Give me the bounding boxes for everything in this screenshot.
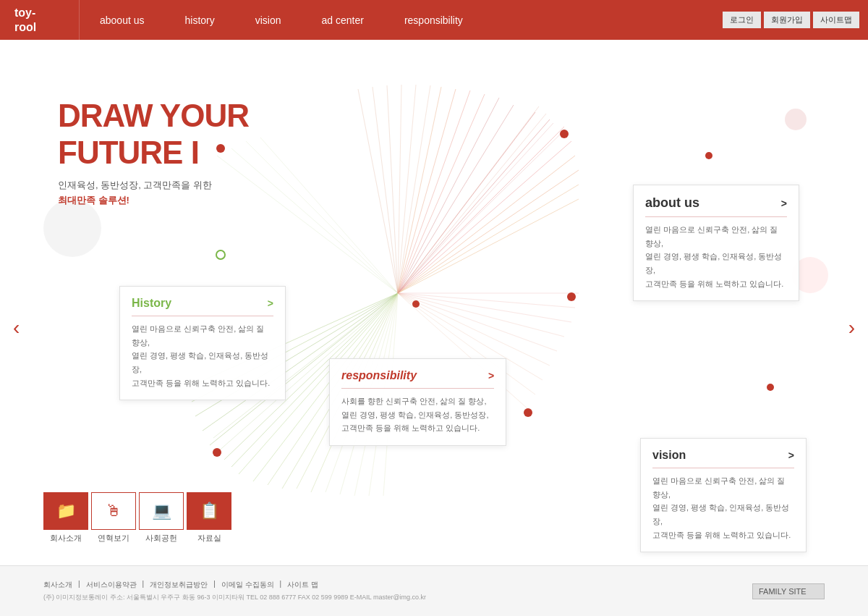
icon-social-box: 💻 (139, 492, 184, 530)
svg-line-48 (373, 87, 398, 293)
card-history-divider (132, 316, 273, 316)
card-responsibility-header: responsibility > (341, 369, 494, 382)
icon-history[interactable]: 🖱 연혁보기 (91, 492, 136, 544)
card-responsibility-divider (341, 388, 494, 389)
svg-line-31 (398, 293, 557, 351)
nav-item-history[interactable]: history (165, 0, 235, 40)
header: toy- rool aboout us history vision ad ce… (0, 0, 868, 40)
nav-item-vision[interactable]: vision (235, 0, 302, 40)
svg-line-41 (398, 123, 553, 293)
logo-line1: toy- (14, 7, 35, 19)
svg-line-6 (398, 119, 550, 293)
svg-line-3 (398, 170, 579, 293)
svg-line-38 (246, 141, 398, 293)
next-arrow[interactable]: › (848, 316, 855, 339)
nav-item-about[interactable]: aboout us (80, 0, 165, 40)
main-nav: aboout us history vision ad center respo… (80, 0, 723, 40)
card-about-divider (645, 216, 787, 217)
hero-subtitle-line1: 인재육성, 동반성장, 고객만족을 위한 (58, 178, 249, 193)
hero-subtitle-highlight: 최대만족 솔루션! (58, 193, 249, 208)
card-history: History > 열린 마음으로 신뢰구축 안전, 삶의 질 향상, 열린 경… (119, 286, 286, 400)
svg-line-12 (398, 89, 456, 293)
header-buttons: 로그인 회원가입 사이트맵 (723, 12, 868, 28)
bottom-icons: 📁 회사소개 🖱 연혁보기 💻 사회공헌 📋 자료실 (43, 492, 231, 544)
svg-line-43 (398, 106, 539, 293)
hero-title: DRAW YOUR FUTURE I (58, 98, 249, 171)
svg-line-0 (398, 127, 564, 293)
deco-circle-4 (705, 152, 712, 159)
svg-line-47 (387, 85, 398, 293)
main-content: DRAW YOUR FUTURE I 인재육성, 동반성장, 고객만족을 위한 … (0, 40, 868, 616)
hero-text: DRAW YOUR FUTURE I 인재육성, 동반성장, 고객만족을 위한 … (58, 98, 249, 208)
card-about-header: about us > (645, 195, 787, 211)
icon-social[interactable]: 💻 사회공헌 (139, 492, 184, 544)
footer-links: 회사소개 | 서비스이용약관 | 개인정보취급방안 | 이메일 수집동의 | 사… (43, 580, 752, 590)
card-history-title: History (132, 297, 171, 310)
card-about: about us > 열린 마음으로 신뢰구축 안전, 삶의 질 향상, 열린 … (633, 185, 799, 301)
card-about-text: 열린 마음으로 신뢰구축 안전, 삶의 질 향상, 열린 경영, 평생 학습, … (645, 223, 787, 290)
sitemap-button[interactable]: 사이트맵 (813, 12, 859, 28)
svg-line-46 (398, 85, 401, 293)
svg-line-8 (398, 105, 514, 293)
logo: toy- rool (0, 0, 80, 40)
nav-item-responsibility[interactable]: responsibility (384, 0, 483, 40)
family-site-select[interactable]: FAMILY SITE (752, 583, 825, 599)
icon-archive[interactable]: 📋 자료실 (187, 492, 231, 544)
icon-archive-box: 📋 (187, 492, 231, 530)
svg-line-29 (398, 293, 571, 322)
card-history-header: History > (132, 297, 273, 310)
family-site: FAMILY SITE (752, 583, 825, 599)
card-about-title: about us (645, 195, 699, 211)
svg-line-32 (398, 293, 550, 366)
card-responsibility-text: 사회를 향한 신뢰구축 안전, 삶의 질 향상, 열린 경영, 평생 학습, 인… (341, 395, 494, 435)
svg-line-37 (231, 148, 398, 293)
icon-company-box: 📁 (43, 492, 88, 530)
card-responsibility-chevron: > (488, 370, 494, 381)
footer: 회사소개 | 서비스이용약관 | 개인정보취급방안 | 이메일 수집동의 | 사… (0, 565, 868, 616)
svg-line-10 (398, 94, 485, 293)
prev-arrow[interactable]: ‹ (13, 316, 20, 339)
card-vision-title: vision (652, 449, 686, 462)
svg-line-1 (398, 141, 571, 293)
footer-link-sitemap[interactable]: 사이트 맵 (287, 580, 318, 590)
svg-line-40 (398, 134, 561, 293)
svg-point-58 (567, 292, 576, 301)
nav-item-adcenter[interactable]: ad center (302, 0, 384, 40)
card-vision-divider (652, 468, 794, 468)
card-responsibility: responsibility > 사회를 향한 신뢰구축 안전, 삶의 질 향상… (329, 358, 506, 446)
icon-company[interactable]: 📁 회사소개 (43, 492, 88, 544)
hero-title-line1: DRAW YOUR (58, 98, 249, 135)
icon-company-label: 회사소개 (50, 533, 82, 544)
deco-circle-6 (785, 109, 807, 130)
card-vision-chevron: > (788, 450, 794, 461)
footer-link-about[interactable]: 회사소개 (43, 580, 72, 590)
svg-point-57 (560, 130, 569, 138)
card-history-text: 열린 마음으로 신뢰구축 안전, 삶의 질 향상, 열린 경영, 평생 학습, … (132, 322, 273, 389)
deco-circle-5 (767, 384, 774, 391)
svg-line-42 (398, 114, 546, 293)
hero-subtitle: 인재육성, 동반성장, 고객만족을 위한 최대만족 솔루션! (58, 178, 249, 208)
card-vision: vision > 열린 마음으로 신뢰구축 안전, 삶의 질 향상, 열린 경영… (640, 438, 807, 552)
card-history-chevron: > (268, 298, 273, 309)
icon-history-box: 🖱 (91, 492, 136, 530)
svg-point-59 (524, 408, 532, 417)
svg-line-49 (358, 89, 398, 293)
login-button[interactable]: 로그인 (723, 12, 761, 28)
card-vision-text: 열린 마음으로 신뢰구축 안전, 삶의 질 향상, 열린 경영, 평생 학습, … (652, 474, 794, 541)
footer-info: (주) 이미지정보통레이 주소: 서울특별시 우주구 화동 96-3 이미지타워… (43, 593, 752, 602)
svg-line-39 (260, 138, 398, 293)
footer-link-privacy[interactable]: 개인정보취급방안 (150, 580, 208, 590)
card-responsibility-title: responsibility (341, 369, 417, 382)
register-button[interactable]: 회원가입 (764, 12, 810, 28)
svg-line-4 (398, 185, 579, 293)
footer-left: 회사소개 | 서비스이용약관 | 개인정보취급방안 | 이메일 수집동의 | 사… (43, 580, 752, 602)
icon-social-label: 사회공헌 (145, 533, 177, 544)
svg-line-28 (398, 293, 575, 308)
card-about-chevron: > (781, 198, 787, 209)
hero-title-line2: FUTURE I (58, 135, 249, 172)
icon-archive-label: 자료실 (197, 533, 221, 544)
footer-link-email[interactable]: 이메일 수집동의 (221, 580, 274, 590)
card-vision-header: vision > (652, 449, 794, 462)
footer-link-terms[interactable]: 서비스이용약관 (86, 580, 137, 590)
svg-point-60 (213, 448, 221, 457)
